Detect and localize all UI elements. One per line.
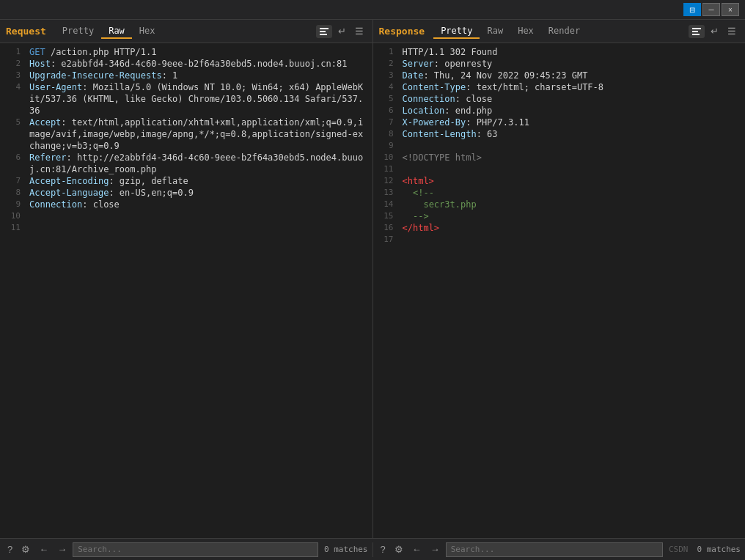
close-button[interactable]: × [722,3,739,16]
response-line-11: 11 [373,163,746,175]
svg-rect-1 [320,31,326,32]
svg-rect-0 [320,28,329,29]
request-title: Request [6,26,46,37]
response-search-input[interactable] [446,542,663,557]
request-matches-label: 0 matches [324,545,368,554]
svg-rect-5 [692,34,700,35]
svg-rect-3 [692,28,701,29]
response-tab-actions: ↵ ☰ [689,24,739,38]
tab-response-render[interactable]: Render [541,24,587,39]
request-search-input[interactable] [73,542,318,557]
request-line-11: 11 [0,222,372,234]
response-line-7: 7 X-Powered-By: PHP/7.3.11 [373,117,746,128]
request-search-next-button[interactable]: → [54,542,70,556]
response-line-10: 10 <!DOCTYPE html> [373,152,746,163]
request-line-6: 6 Referer: http://e2abbfd4-346d-4c60-9ee… [0,152,372,175]
response-format-button[interactable] [689,25,705,38]
response-wrap-button[interactable]: ↵ [708,24,722,38]
request-format-button[interactable] [316,25,332,38]
response-line-14: 14 secr3t.php [373,199,746,210]
response-code-area[interactable]: 1 HTTP/1.1 302 Found 2 Server: openresty… [373,43,746,538]
request-line-9: 9 Connection: close [0,199,372,210]
response-line-1: 1 HTTP/1.1 302 Found [373,46,746,58]
response-help-button[interactable]: ? [378,542,389,556]
request-menu-button[interactable]: ☰ [352,24,367,38]
request-tab-actions: ↵ ☰ [316,24,367,38]
request-line-2: 2 Host: e2abbfd4-346d-4c60-9eee-b2f64a30… [0,58,372,70]
response-line-3: 3 Date: Thu, 24 Nov 2022 09:45:23 GMT [373,70,746,81]
request-line-5: 5 Accept: text/html,application/xhtml+xm… [0,117,372,152]
svg-rect-4 [692,31,698,32]
response-bottom-panel: ? ⚙ ← → CSDN 0 matches [373,542,746,557]
response-line-13: 13 <!-- [373,187,746,199]
tab-response-hex[interactable]: Hex [510,24,541,39]
svg-rect-2 [320,34,327,35]
tab-response-pretty[interactable]: Pretty [433,24,480,39]
tab-request-pretty[interactable]: Pretty [55,24,101,39]
horizontal-view-button[interactable]: ─ [702,3,720,16]
response-line-5: 5 Connection: close [373,93,746,105]
app-header: ⊟ ─ × [0,0,745,20]
request-tab-bar: Pretty Raw Hex [55,24,316,39]
request-line-3: 3 Upgrade-Insecure-Requests: 1 [0,70,372,81]
response-line-17: 17 [373,234,746,246]
response-line-8: 8 Content-Length: 63 [373,128,746,140]
request-panel: Request Pretty Raw Hex ↵ ☰ 1 GET /action… [0,20,373,538]
request-settings-button[interactable]: ⚙ [18,542,33,556]
response-line-6: 6 Location: end.php [373,105,746,117]
response-panel: Response Pretty Raw Hex Render ↵ ☰ 1 HTT… [373,20,746,538]
tab-request-hex[interactable]: Hex [132,24,163,39]
split-view-button[interactable]: ⊟ [683,3,701,16]
bottom-bar: ? ⚙ ← → 0 matches ? ⚙ ← → CSDN 0 matches [0,538,745,560]
response-line-16: 16 </html> [373,222,746,234]
response-settings-button[interactable]: ⚙ [392,542,406,556]
response-search-prev-button[interactable]: ← [409,542,425,556]
request-bottom-panel: ? ⚙ ← → 0 matches [0,542,373,557]
request-search-prev-button[interactable]: ← [36,542,51,556]
request-header: Request Pretty Raw Hex ↵ ☰ [0,20,372,43]
response-menu-button[interactable]: ☰ [724,24,739,38]
request-line-10: 10 [0,210,372,222]
request-line-1: 1 GET /action.php HTTP/1.1 [0,46,372,58]
request-wrap-button[interactable]: ↵ [335,24,349,38]
response-header: Response Pretty Raw Hex Render ↵ ☰ [373,20,746,43]
response-tab-bar: Pretty Raw Hex Render [433,24,689,39]
tab-request-raw[interactable]: Raw [101,24,132,39]
request-line-7: 7 Accept-Encoding: gzip, deflate [0,175,372,187]
response-matches-label: 0 matches [697,545,741,554]
request-line-4: 4 User-Agent: Mozilla/5.0 (Windows NT 10… [0,81,372,117]
response-line-2: 2 Server: openresty [373,58,746,70]
response-search-next-button[interactable]: → [427,542,443,556]
request-code-area[interactable]: 1 GET /action.php HTTP/1.1 2 Host: e2abb… [0,43,372,538]
tab-response-raw[interactable]: Raw [480,24,510,39]
window-controls: ⊟ ─ × [683,3,739,16]
response-title: Response [379,26,425,37]
response-line-9: 9 [373,140,746,152]
response-line-4: 4 Content-Type: text/html; charset=UTF-8 [373,81,746,93]
request-line-8: 8 Accept-Language: en-US,en;q=0.9 [0,187,372,199]
response-line-12: 12 <html> [373,175,746,187]
watermark: CSDN [669,545,689,554]
response-line-15: 15 --> [373,210,746,222]
request-help-button[interactable]: ? [4,542,15,556]
main-container: Request Pretty Raw Hex ↵ ☰ 1 GET /action… [0,20,745,538]
